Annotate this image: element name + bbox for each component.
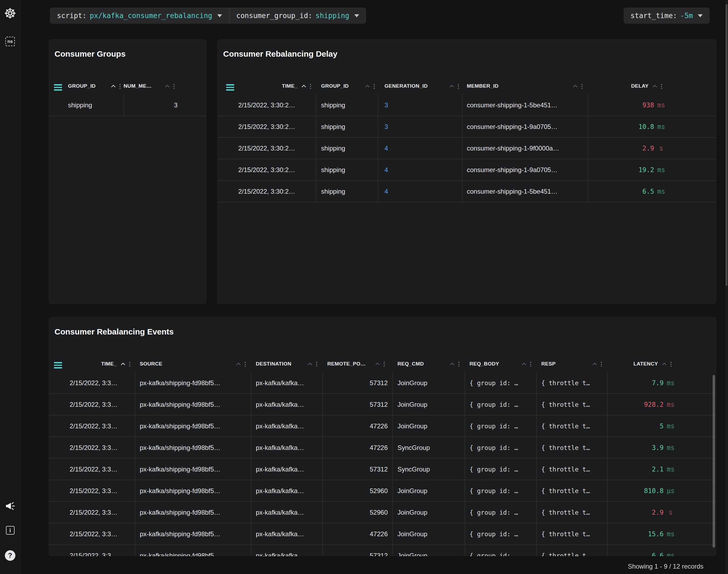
req-cmd-cell: JoinGroup bbox=[393, 487, 464, 495]
sort-chevron-up-icon[interactable] bbox=[449, 85, 454, 88]
table-row[interactable]: 2/15/2022, 3:3… px-kafka/shipping-fd98bf… bbox=[49, 458, 716, 480]
table-row[interactable]: 2/15/2022, 3:30:2… shipping 3 consumer-s… bbox=[217, 116, 716, 137]
table-row[interactable]: 2/15/2022, 3:30:2… shipping 4 consumer-s… bbox=[217, 159, 716, 181]
sort-chevron-up-icon[interactable] bbox=[308, 363, 313, 366]
sort-chevron-up-icon[interactable] bbox=[450, 363, 455, 366]
table-row[interactable]: 2/15/2022, 3:30:2… shipping 4 consumer-s… bbox=[217, 137, 716, 159]
req-body-cell: { group_id: … bbox=[464, 379, 536, 386]
info-icon: i bbox=[6, 526, 14, 535]
latency-cell: 810.8 µs bbox=[607, 487, 683, 495]
consumer-group-selector[interactable]: consumer_group_id: shipping bbox=[229, 7, 366, 24]
column-header-time[interactable]: TIME_ ⋮ bbox=[236, 83, 316, 89]
announcements-button[interactable] bbox=[0, 501, 20, 512]
sort-chevron-up-icon[interactable] bbox=[522, 363, 526, 366]
table-row[interactable]: shipping 3 bbox=[49, 94, 206, 116]
start-time-selector[interactable]: start_time: -5m bbox=[623, 7, 710, 24]
table-row[interactable]: 2/15/2022, 3:30:2… shipping 3 consumer-s… bbox=[217, 94, 716, 116]
sort-chevron-up-icon[interactable] bbox=[592, 363, 597, 366]
sort-chevron-up-icon[interactable] bbox=[301, 85, 306, 88]
member-id-cell: consumer-shipping-1-9a0705… bbox=[462, 123, 588, 130]
table-scrollbar[interactable] bbox=[713, 375, 715, 547]
column-menu-icon[interactable]: ⋮ bbox=[307, 83, 314, 89]
table-row[interactable]: 2/15/2022, 3:3… px-kafka/shipping-fd98bf… bbox=[49, 545, 716, 556]
column-menu-icon[interactable]: ⋮ bbox=[242, 361, 249, 367]
consumer-groups-panel: Consumer Groups GROUP_ID ⋮ NUM_ME… ⋮ shi… bbox=[49, 39, 206, 304]
column-menu-icon[interactable]: ⋮ bbox=[127, 361, 133, 367]
table-row[interactable]: 2/15/2022, 3:3… px-kafka/shipping-fd98bf… bbox=[49, 372, 716, 394]
generation-id-link[interactable]: 3 bbox=[378, 123, 462, 130]
panel-title: Consumer Groups bbox=[54, 49, 125, 58]
column-header-latency[interactable]: LATENCY ⋮ bbox=[607, 361, 683, 367]
column-menu-icon[interactable]: ⋮ bbox=[528, 361, 534, 367]
sort-chevron-up-icon[interactable] bbox=[662, 363, 667, 366]
remote-port-cell: 57312 bbox=[322, 552, 393, 557]
table-row[interactable]: 2/15/2022, 3:3… px-kafka/shipping-fd98bf… bbox=[49, 480, 716, 502]
generation-id-link[interactable]: 4 bbox=[378, 166, 462, 174]
column-header-remote-port[interactable]: REMOTE_PO… ⋮ bbox=[322, 361, 393, 367]
sort-chevron-up-icon[interactable] bbox=[365, 85, 370, 88]
column-menu-icon[interactable]: ⋮ bbox=[668, 361, 675, 367]
sort-chevron-up-icon[interactable] bbox=[652, 85, 657, 88]
sort-chevron-up-icon[interactable] bbox=[165, 85, 170, 88]
column-header-time[interactable]: TIME_ ⋮ bbox=[62, 361, 135, 367]
table-row[interactable]: 2/15/2022, 3:3… px-kafka/shipping-fd98bf… bbox=[49, 415, 716, 437]
page-scrollbar[interactable] bbox=[726, 4, 727, 286]
sort-chevron-up-icon[interactable] bbox=[121, 363, 125, 366]
sort-chevron-up-icon[interactable] bbox=[236, 363, 241, 366]
column-header-group-id[interactable]: GROUP_ID ⋮ bbox=[63, 83, 124, 89]
kubernetes-wheel-icon[interactable]: ☸ bbox=[0, 6, 20, 21]
column-menu-icon[interactable]: ⋮ bbox=[314, 361, 320, 367]
group-id-cell: shipping bbox=[316, 101, 378, 109]
table-row[interactable]: 2/15/2022, 3:3… px-kafka/shipping-fd98bf… bbox=[49, 437, 716, 458]
table-row[interactable]: 2/15/2022, 3:3… px-kafka/shipping-fd98bf… bbox=[49, 523, 716, 545]
panel-title: Consumer Rebalancing Delay bbox=[223, 49, 337, 58]
sidebar: ☸ ns i ? bbox=[0, 0, 20, 574]
group-id-cell: shipping bbox=[316, 188, 378, 195]
column-header-resp[interactable]: RESP ⋮ bbox=[536, 361, 607, 367]
destination-cell: px-kafka/kafka… bbox=[251, 530, 322, 538]
req-body-cell: { group_id: … bbox=[464, 401, 536, 408]
column-menu-icon[interactable]: ⋮ bbox=[456, 361, 462, 367]
column-header-generation-id[interactable]: GENERATION_ID ⋮ bbox=[378, 83, 462, 89]
table-row[interactable]: 2/15/2022, 3:30:2… shipping 4 consumer-s… bbox=[217, 181, 716, 202]
info-button[interactable]: i bbox=[0, 526, 20, 535]
destination-cell: px-kafka/kafka… bbox=[251, 509, 322, 516]
column-menu-icon[interactable]: ⋮ bbox=[381, 361, 388, 367]
generation-id-link[interactable]: 3 bbox=[378, 101, 462, 109]
column-header-delay[interactable]: DELAY ⋮ bbox=[588, 83, 671, 89]
column-header-source[interactable]: SOURCE ⋮ bbox=[135, 361, 251, 367]
table-row[interactable]: 2/15/2022, 3:3… px-kafka/shipping-fd98bf… bbox=[49, 502, 716, 523]
column-header-num-members[interactable]: NUM_ME… ⋮ bbox=[124, 83, 186, 89]
table-row[interactable]: 2/15/2022, 3:3… px-kafka/shipping-fd98bf… bbox=[49, 394, 716, 415]
req-cmd-cell: JoinGroup bbox=[393, 530, 464, 538]
column-menu-icon[interactable]: ⋮ bbox=[658, 83, 665, 89]
column-menu-icon[interactable]: ⋮ bbox=[598, 361, 605, 367]
column-menu-icon[interactable]: ⋮ bbox=[579, 83, 585, 89]
table-menu[interactable] bbox=[49, 82, 63, 91]
column-header-req-body[interactable]: REQ_BODY ⋮ bbox=[464, 361, 536, 367]
column-header-req-cmd[interactable]: REQ_CMD ⋮ bbox=[393, 361, 464, 367]
hamburger-icon bbox=[226, 84, 234, 91]
namespace-icon[interactable]: ns bbox=[5, 37, 15, 46]
column-header-destination[interactable]: DESTINATION ⋮ bbox=[251, 361, 322, 367]
sort-chevron-up-icon[interactable] bbox=[111, 85, 116, 88]
column-menu-icon[interactable]: ⋮ bbox=[455, 83, 462, 89]
source-cell: px-kafka/shipping-fd98bf5… bbox=[135, 509, 251, 516]
column-menu-icon[interactable]: ⋮ bbox=[117, 83, 124, 89]
remote-port-cell: 47226 bbox=[322, 530, 393, 538]
sort-chevron-up-icon[interactable] bbox=[573, 85, 578, 88]
column-header-group-id[interactable]: GROUP_ID ⋮ bbox=[316, 83, 378, 89]
column-menu-icon[interactable]: ⋮ bbox=[371, 83, 378, 89]
generation-id-link[interactable]: 4 bbox=[378, 145, 462, 152]
table-menu[interactable] bbox=[49, 360, 62, 368]
column-header-member-id[interactable]: MEMBER_ID ⋮ bbox=[462, 83, 588, 89]
help-button[interactable]: ? bbox=[0, 550, 20, 561]
column-menu-icon[interactable]: ⋮ bbox=[171, 83, 177, 89]
script-selector[interactable]: script: px/kafka_consumer_rebalancing bbox=[50, 7, 229, 24]
sort-chevron-up-icon[interactable] bbox=[375, 363, 380, 366]
req-body-cell: { group_id: … bbox=[464, 509, 536, 516]
column-divider bbox=[462, 94, 462, 202]
table-menu[interactable] bbox=[217, 82, 236, 91]
generation-id-link[interactable]: 4 bbox=[378, 188, 462, 195]
req-body-cell: { group_id: … bbox=[464, 466, 536, 473]
